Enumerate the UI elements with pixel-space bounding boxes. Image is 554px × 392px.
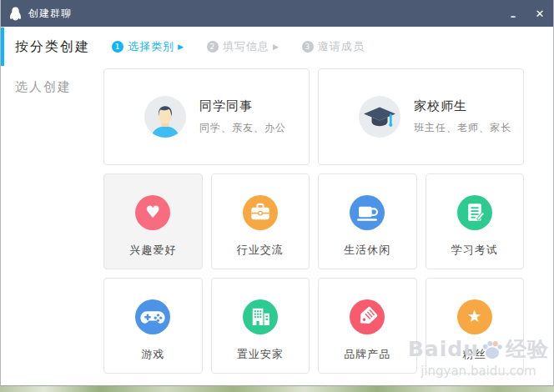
category-card-label: 置业安家 <box>237 347 284 362</box>
building-icon <box>243 299 278 334</box>
student-avatar-icon <box>144 95 187 138</box>
category-grid: 同学同事同学、亲友、办公家校师生班主任、老师、家长♥兴趣爱好行业交流生活休闲学习… <box>103 68 524 374</box>
category-card-label: 品牌产品 <box>344 347 390 362</box>
step-number-badge: 2 <box>207 41 219 53</box>
category-card-title: 家校师生 <box>414 98 511 114</box>
star-icon: ★ <box>457 299 492 334</box>
step-arrow-icon: ▶ <box>178 43 184 51</box>
qq-logo-icon <box>9 7 22 21</box>
step-3: 3邀请成员 <box>302 39 365 54</box>
step-number-badge: 3 <box>302 41 314 53</box>
heart-icon: ♥ <box>135 195 170 230</box>
category-card-label: 生活休闲 <box>344 243 390 258</box>
category-card[interactable]: 学习考试 <box>426 173 525 269</box>
price-tag-icon <box>350 299 385 334</box>
wizard-header: 按分类创建 1选择类别▶2填写信息▶3邀请成员 <box>1 27 553 67</box>
category-card[interactable]: 行业交流 <box>211 173 310 269</box>
close-button[interactable]: ✕ <box>526 0 553 27</box>
title-bar: 创建群聊 – ✕ <box>1 0 553 27</box>
step-number-badge: 1 <box>112 41 123 53</box>
category-card[interactable]: 品牌产品 <box>318 278 417 374</box>
step-2: 2填写信息▶ <box>207 39 280 54</box>
category-card-subtitle: 同学、亲友、办公 <box>199 121 286 135</box>
window-title: 创建群聊 <box>28 7 72 21</box>
step-label: 选择类别 <box>128 39 174 54</box>
create-group-chat-dialog: 创建群聊 – ✕ 按分类创建 1选择类别▶2填写信息▶3邀请成员 选人创建 同学… <box>0 0 554 386</box>
wizard-steps: 1选择类别▶2填写信息▶3邀请成员 <box>112 39 387 54</box>
category-card-label: 学习考试 <box>451 243 498 258</box>
coffee-cup-icon <box>350 195 385 230</box>
category-card-label: 粉丝 <box>463 347 486 362</box>
step-label: 邀请成员 <box>318 39 365 54</box>
category-card-label: 行业交流 <box>237 243 284 258</box>
briefcase-icon <box>243 195 278 230</box>
category-card-featured[interactable]: 家校师生班主任、老师、家长 <box>318 68 524 165</box>
category-card-subtitle: 班主任、老师、家长 <box>414 121 511 135</box>
desktop-background-strip <box>0 386 554 392</box>
category-card[interactable]: ★粉丝 <box>426 278 525 374</box>
category-card-label: 游戏 <box>141 347 164 362</box>
graduation-cap-icon <box>358 95 401 138</box>
category-card[interactable]: ♥兴趣爱好 <box>103 173 203 269</box>
document-icon <box>457 195 492 230</box>
step-arrow-icon: ▶ <box>273 43 280 51</box>
gamepad-icon <box>135 299 170 334</box>
step-label: 填写信息 <box>223 39 269 54</box>
category-card[interactable]: 置业安家 <box>211 278 310 374</box>
tab-create-by-selecting-people[interactable]: 选人创建 <box>15 79 72 94</box>
category-card-label: 兴趣爱好 <box>129 243 176 258</box>
category-card[interactable]: 生活休闲 <box>318 173 417 269</box>
category-card[interactable]: 游戏 <box>103 278 203 374</box>
tab-create-by-category[interactable]: 按分类创建 <box>15 38 90 56</box>
category-card-featured[interactable]: 同学同事同学、亲友、办公 <box>103 68 310 165</box>
active-tab-accent-bar <box>1 28 4 66</box>
sidebar: 选人创建 <box>1 67 103 374</box>
category-card-title: 同学同事 <box>199 98 286 114</box>
step-1: 1选择类别▶ <box>112 39 184 54</box>
minimize-button[interactable]: – <box>500 0 526 27</box>
